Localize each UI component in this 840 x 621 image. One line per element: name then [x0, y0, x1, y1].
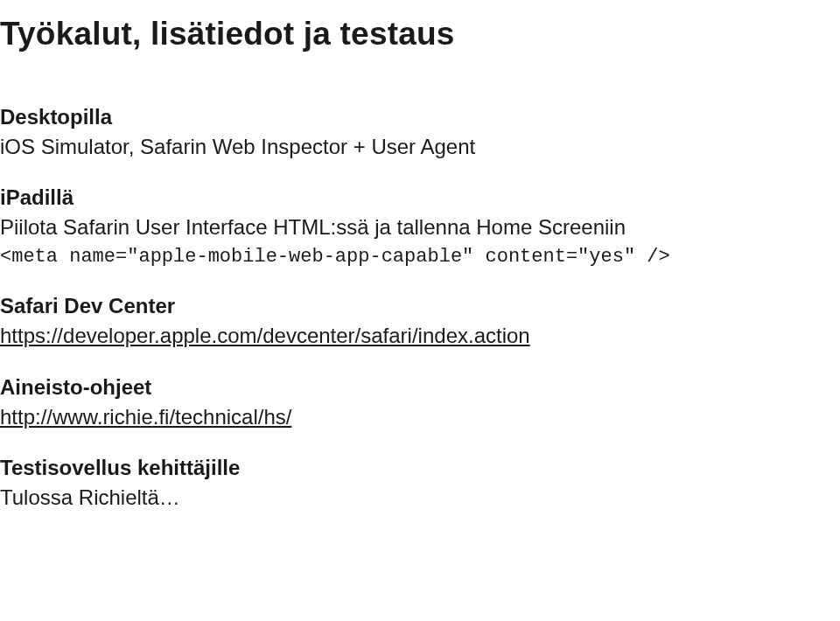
document-page: Työkalut, lisätiedot ja testaus Desktopi… — [0, 0, 840, 513]
heading-ipad: iPadillä — [0, 185, 840, 210]
link-safari-dev-center[interactable]: https://developer.apple.com/devcenter/sa… — [0, 324, 530, 347]
text-testisovellus: Tulossa Richieltä… — [0, 484, 840, 512]
heading-desktop: Desktopilla — [0, 105, 840, 129]
section-ipad: iPadillä Piilota Safarin User Interface … — [0, 185, 840, 269]
link-aineisto-ohjeet[interactable]: http://www.richie.fi/technical/hs/ — [0, 405, 291, 429]
section-desktop: Desktopilla iOS Simulator, Safarin Web I… — [0, 105, 840, 161]
section-safari-dev-center: Safari Dev Center https://developer.appl… — [0, 294, 840, 350]
page-title: Työkalut, lisätiedot ja testaus — [0, 16, 840, 52]
heading-safari: Safari Dev Center — [0, 294, 840, 318]
heading-aineisto: Aineisto-ohjeet — [0, 375, 840, 400]
section-aineisto-ohjeet: Aineisto-ohjeet http://www.richie.fi/tec… — [0, 375, 840, 431]
text-desktop: iOS Simulator, Safarin Web Inspector + U… — [0, 133, 840, 161]
heading-testisovellus: Testisovellus kehittäjille — [0, 456, 840, 480]
section-testisovellus: Testisovellus kehittäjille Tulossa Richi… — [0, 456, 840, 512]
code-ipad-meta: <meta name="apple-mobile-web-app-capable… — [0, 244, 840, 270]
text-ipad: Piilota Safarin User Interface HTML:ssä … — [0, 213, 840, 241]
